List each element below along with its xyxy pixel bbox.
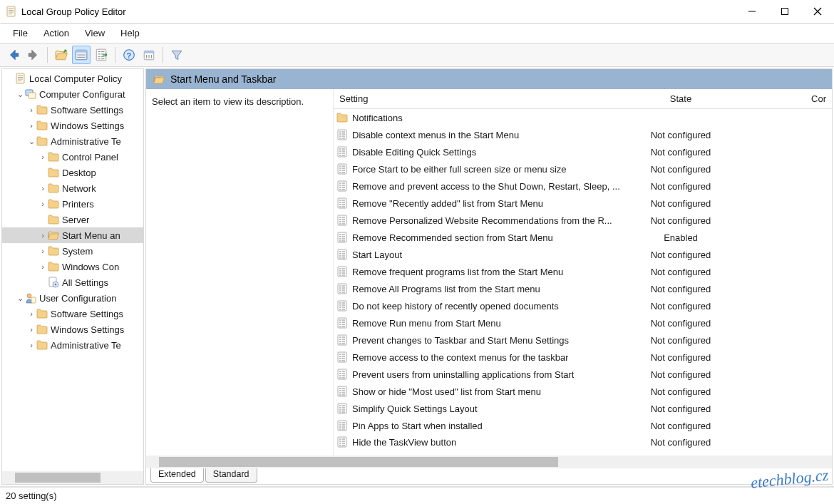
list-row[interactable]: Disable context menus in the Start MenuN… — [334, 126, 832, 143]
tree-twisty[interactable]: › — [38, 231, 48, 240]
tree-item[interactable]: ›Printers — [2, 196, 143, 212]
tab-extended[interactable]: Extended — [150, 468, 204, 483]
tree-item[interactable]: Desktop — [2, 165, 143, 180]
list-row[interactable]: Remove frequent programs list from the S… — [334, 263, 832, 280]
list-row[interactable]: Notifications — [334, 109, 832, 126]
tree-hscrollbar[interactable] — [2, 471, 143, 484]
tree-item[interactable]: ›Administrative Te — [2, 337, 143, 353]
column-header-setting[interactable]: Setting — [334, 93, 642, 104]
list-row-name: Disable context menus in the Start Menu — [352, 130, 519, 140]
toolbar-filter-button[interactable] — [168, 46, 186, 64]
tree-item[interactable]: ›Software Settings — [2, 306, 143, 322]
arrow-left-icon — [7, 48, 20, 61]
toolbar-properties-button[interactable] — [72, 46, 91, 64]
tree-twisty[interactable]: ⌄ — [26, 137, 36, 146]
list-row[interactable]: Start LayoutNot configured — [334, 246, 832, 263]
toolbar-up-button[interactable] — [52, 46, 71, 64]
tree-twisty[interactable]: ⌄ — [15, 90, 25, 99]
tree-twisty[interactable]: › — [26, 309, 36, 318]
close-button[interactable] — [801, 0, 834, 23]
menu-help[interactable]: Help — [113, 25, 147, 41]
tree-item[interactable]: ›Windows Settings — [2, 322, 143, 337]
list-row-state: Not configured — [642, 130, 720, 140]
tree-twisty[interactable]: › — [26, 341, 36, 349]
list-hscrollbar[interactable] — [146, 456, 832, 468]
tree-twisty[interactable]: ⌄ — [15, 294, 25, 303]
minimize-button[interactable] — [736, 0, 768, 23]
tree-item-label: Software Settings — [51, 105, 123, 115]
list-row-name: Remove access to the context menus for t… — [352, 352, 568, 363]
policy-tree[interactable]: Local Computer Policy⌄Computer Configura… — [2, 69, 143, 471]
list-row[interactable]: Remove Personalized Website Recommendati… — [334, 212, 832, 229]
tree-item[interactable]: ⌄Administrative Te — [2, 133, 143, 149]
tree-item[interactable]: ›Network — [2, 180, 143, 196]
list-row[interactable]: Remove and prevent access to the Shut Do… — [334, 178, 832, 195]
tree-item[interactable]: ⌄Computer Configurat — [2, 86, 143, 102]
list-row[interactable]: Do not keep history of recently opened d… — [334, 297, 832, 314]
list-row[interactable]: Remove All Programs list from the Start … — [334, 280, 832, 297]
list-row-name: Remove frequent programs list from the S… — [352, 267, 563, 277]
list-row[interactable]: Remove Recommended section from Start Me… — [334, 229, 832, 246]
tree-item-label: Computer Configurat — [39, 89, 125, 100]
column-header-comment[interactable]: Cor — [720, 93, 832, 104]
list-row-state: Not configured — [642, 318, 720, 329]
list-row[interactable]: Hide the TaskView buttonNot configured — [334, 434, 832, 450]
list-row-name: Show or hide "Most used" list from Start… — [352, 386, 541, 397]
toolbar-back-button[interactable] — [4, 46, 23, 64]
tree-item[interactable]: ›Software Settings — [2, 102, 143, 118]
list-row[interactable]: Prevent changes to Taskbar and Start Men… — [334, 331, 832, 349]
list-row[interactable]: Remove "Recently added" list from Start … — [334, 195, 832, 212]
list-row[interactable]: Show or hide "Most used" list from Start… — [334, 383, 832, 400]
tree-item[interactable]: Server — [2, 212, 143, 227]
list-row-name: Disable Editing Quick Settings — [352, 147, 476, 158]
policy-setting-icon — [336, 180, 348, 192]
status-text: 20 setting(s) — [6, 490, 57, 501]
list-row-state: Not configured — [642, 421, 720, 431]
menu-view[interactable]: View — [78, 25, 112, 41]
tree-twisty[interactable]: › — [38, 200, 48, 208]
list-row[interactable]: Prevent users from uninstalling applicat… — [334, 366, 832, 383]
settings-list[interactable]: NotificationsDisable context menus in th… — [334, 109, 832, 456]
policy-setting-icon — [336, 351, 348, 363]
list-row[interactable]: Pin Apps to Start when installedNot conf… — [334, 417, 832, 434]
folder-icon — [336, 112, 348, 123]
tree-item-label: Control Panel — [62, 152, 118, 163]
list-row[interactable]: Force Start to be either full screen siz… — [334, 160, 832, 178]
tree-item-label: Server — [62, 215, 89, 225]
tree-twisty[interactable]: › — [26, 325, 36, 334]
tree-item[interactable]: ›Windows Settings — [2, 118, 143, 133]
tree-item[interactable]: ›System — [2, 243, 143, 259]
tree-twisty[interactable]: › — [26, 121, 36, 130]
toolbar-options-button[interactable] — [140, 46, 158, 64]
tree-twisty[interactable]: › — [38, 247, 48, 255]
tree-item[interactable]: ›Start Menu an — [2, 227, 143, 243]
tree-item[interactable]: All Settings — [2, 274, 143, 290]
menu-file[interactable]: File — [6, 25, 35, 41]
titlebar: Local Group Policy Editor — [0, 0, 834, 23]
tab-standard[interactable]: Standard — [205, 468, 257, 483]
list-row[interactable]: Disable Editing Quick SettingsNot config… — [334, 143, 832, 160]
content-tabs: Extended Standard — [146, 468, 832, 484]
tree-twisty[interactable]: › — [26, 106, 36, 114]
tree-item-label: Windows Settings — [51, 324, 124, 335]
toolbar-forward-button[interactable] — [24, 46, 43, 64]
list-row[interactable]: Remove access to the context menus for t… — [334, 349, 832, 366]
maximize-button[interactable] — [768, 0, 801, 23]
tree-item[interactable]: Local Computer Policy — [2, 71, 143, 86]
list-row[interactable]: Remove Run menu from Start MenuNot confi… — [334, 314, 832, 331]
tree-item[interactable]: ›Control Panel — [2, 149, 143, 165]
tree-item[interactable]: ⌄User Configuration — [2, 290, 143, 306]
tree-item[interactable]: ›Windows Con — [2, 259, 143, 274]
tree-twisty[interactable]: › — [38, 184, 48, 192]
toolbar-help-button[interactable] — [120, 46, 138, 64]
menu-action[interactable]: Action — [36, 25, 76, 41]
list-row[interactable]: Simplify Quick Settings LayoutNot config… — [334, 400, 832, 417]
policy-setting-icon — [336, 146, 348, 158]
tree-item-label: Local Computer Policy — [29, 73, 122, 84]
scrollbar-thumb[interactable] — [15, 473, 101, 483]
column-header-state[interactable]: State — [642, 93, 720, 104]
scrollbar-thumb[interactable] — [159, 457, 558, 467]
toolbar-export-button[interactable] — [92, 46, 110, 64]
tree-twisty[interactable]: › — [38, 153, 48, 161]
tree-twisty[interactable]: › — [38, 262, 48, 271]
